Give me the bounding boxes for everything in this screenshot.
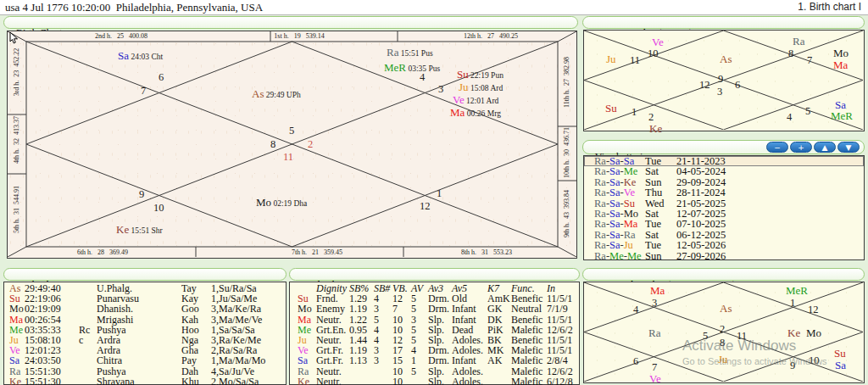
planet-abbr: Ma <box>833 59 848 71</box>
house-number: 3 <box>438 84 443 94</box>
house-number: 2 <box>308 139 313 149</box>
planet-label-ke: Ke 15:51 Shr <box>116 224 163 237</box>
planet-abbr: Ra <box>648 326 660 339</box>
planet-degree: 00:26 Mrg <box>465 109 501 118</box>
planet-label-ra: Ra <box>648 327 660 338</box>
vimshottari-dasha-list[interactable]: Ra-Sa-SaTue21-11-2023Ra-Sa-MeSat04-05-20… <box>583 155 865 260</box>
planet-degree: 15:08 Ard <box>469 84 504 92</box>
birth-chart-diagram[interactable]: 2nd h. 25 400.081st h. 19 539.1412th h. … <box>7 31 577 259</box>
planet-label-sa: Sa <box>835 360 846 371</box>
planet-cell: Kah <box>181 315 198 325</box>
planet-label-mer: MeR 03:35 Pus <box>384 62 440 75</box>
house-number: 7 <box>652 362 657 372</box>
tab-planet-positions[interactable]: Birth Chart <box>3 268 287 281</box>
edge-label-right: 10th h. 30 436.71 <box>564 127 570 178</box>
strength-cell: 15 <box>392 355 403 365</box>
planet-cell: 3,Ma/Me/Ve <box>211 315 262 325</box>
planet-abbr: As <box>720 302 732 315</box>
planet-positions-table: As29:49:40U.Phalg.Tay1,Su/Ra/SaSu22:19:0… <box>3 282 287 385</box>
planet-cell: Mo <box>9 304 24 314</box>
planet-abbr: Ve <box>652 36 664 48</box>
dasha-row[interactable]: Ra-Me-MeSun27-09-2026 <box>584 251 864 261</box>
planet-cell: Ke <box>9 377 21 385</box>
strength-cell: Malefic <box>511 366 542 377</box>
activate-windows-watermark-sub: Go to Settings to activate Windows <box>682 356 827 366</box>
d9-navamsha-diagram[interactable]: VeJuAsRaMoMaSuKeSaMeR101187912631245 <box>583 30 865 131</box>
strength-cell: Benefic <box>511 315 542 325</box>
planet-cell: Chitra <box>97 355 122 365</box>
planet-row: Ma00:26:54MrigashiKah3,Ma/Me/Ve <box>4 315 286 325</box>
planet-abbr: Mo <box>833 47 849 59</box>
edge-label-left: 4th h. 32 413.37 <box>14 116 20 164</box>
strength-cell: 3 <box>374 355 379 365</box>
planet-row: Mo02:19:09Dhanish.Goo3,Ma/Ke/Ra <box>4 304 286 314</box>
strength-cell: DK <box>487 315 502 325</box>
strength-cell: Ke <box>298 377 309 385</box>
strength-cell: Slp. <box>428 377 444 385</box>
edge-label-top: 12th h. 27 490.25 <box>464 33 518 40</box>
planet-degree: 29:49 UPh <box>264 91 300 99</box>
tab-d9-navamsha[interactable]: D9 Navamsha (spouse) <box>582 16 865 29</box>
dasha-weekday: Thu <box>645 187 676 198</box>
planet-label-ke: Ke <box>649 123 662 134</box>
strength-cell: Neutr. <box>316 315 342 325</box>
planet-abbr: MeR <box>786 284 808 297</box>
planet-abbr: Ke <box>649 122 662 135</box>
planet-label-mer: MeR <box>786 285 808 296</box>
house-number: 10 <box>648 48 659 59</box>
house-number: 9 <box>718 74 723 84</box>
house-number: 4 <box>420 72 425 82</box>
house-number: 12 <box>699 80 710 90</box>
planet-cell: c <box>79 335 83 345</box>
house-number: 6 <box>735 80 740 90</box>
tab-vimshottari[interactable]: Vimshottari −+▲▼ <box>582 140 865 154</box>
view-name: 1. Birth chart I <box>798 1 861 13</box>
dasha-lord: Me <box>609 250 624 262</box>
planet-row: Ke15:51:30ShravanaKhu2,Mo/Sa/Sa <box>4 377 286 385</box>
planet-cell: Sa <box>9 355 19 365</box>
strength-row: MaNeutr.1.225103Slp.InfantDKBenefic11/5/… <box>290 315 579 325</box>
planet-label-as: As <box>720 303 732 314</box>
house-number: 3 <box>717 86 722 97</box>
down-button[interactable]: ▼ <box>837 142 860 153</box>
edge-label-right: 11th h. 27 382.98 <box>564 57 570 108</box>
strength-cell: Neutral <box>511 304 542 314</box>
tab-planet-strengths[interactable]: Birth Chart <box>289 268 580 281</box>
planet-degree: 02:19 Dha <box>271 199 307 208</box>
planet-label-ve: Ve 12:01 Ard <box>453 94 498 107</box>
planet-abbr: Su <box>605 102 617 114</box>
strength-cell: Drm. <box>428 355 449 365</box>
collapse-button[interactable]: − <box>766 142 788 153</box>
house-number: 5 <box>289 126 294 136</box>
strength-cell: 5 <box>374 315 379 325</box>
planet-strengths-table: DignitySB%SB#VB.AVAv3Av5K7Func.InSuFrnd.… <box>289 282 580 385</box>
house-number: 8 <box>270 139 275 149</box>
expand-button[interactable]: + <box>790 142 812 153</box>
tab-birth-chart[interactable]: Birth Chart <box>3 16 578 29</box>
edge-label-top: 1st h. 19 539.14 <box>274 33 324 40</box>
planet-cell: 00:26:54 <box>25 315 61 325</box>
planet-label-mo: Mo <box>806 327 821 338</box>
dasha-start-date: 27-09-2026 <box>676 250 726 262</box>
planet-abbr: Ke <box>116 223 129 236</box>
edge-label-left: 5th h. 31 544.91 <box>14 186 20 233</box>
planet-label-ma: Ma <box>833 59 848 70</box>
planet-cell: 02:19:09 <box>25 304 61 314</box>
up-button[interactable]: ▲ <box>814 142 836 153</box>
planet-abbr: Ju <box>459 81 469 93</box>
planet-cell: Pay <box>181 355 197 365</box>
tab-d10-dashamsha[interactable]: D10 Dashamsha (great successes) <box>582 268 865 281</box>
dasha-weekday: Tue <box>645 219 676 229</box>
planet-abbr: MeR <box>831 109 853 122</box>
edge-label-right: 9th h. 43 393.84 <box>564 190 570 237</box>
house-number: 2 <box>720 324 725 334</box>
d10-dashamsha-diagram[interactable]: MaAsMeRRaKeMoJuVeSuSa341125211867910 <box>583 282 865 383</box>
strength-row: RaNeutr.105Slp.Adoles.Malefic12/6/2 <box>290 366 579 377</box>
planet-degree: 22:19 Pun <box>469 71 504 80</box>
planet-label-mer: MeR <box>831 110 853 121</box>
strength-cell: 5 <box>411 366 416 377</box>
strength-cell: 10 <box>392 366 403 377</box>
edge-label-bottom: 8th h. 31 553.23 <box>461 249 512 256</box>
house-number: 1 <box>632 107 637 117</box>
strength-cell: Ra <box>298 366 309 377</box>
